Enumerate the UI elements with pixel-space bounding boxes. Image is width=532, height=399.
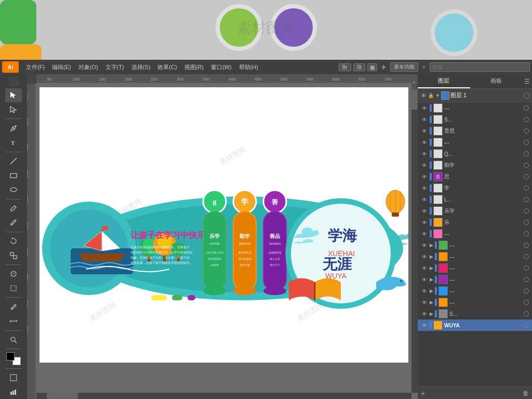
pen-tool[interactable] [5, 121, 22, 135]
line-tool[interactable] [5, 154, 22, 168]
rectangle-tool[interactable] [5, 168, 22, 182]
menu-object[interactable]: 对象(O) [75, 62, 101, 72]
layer-blue-bar-9 [430, 207, 432, 215]
layer-thumb-0 [433, 103, 443, 113]
pencil-tool[interactable] [5, 216, 22, 230]
rotate-tool[interactable] [5, 234, 22, 248]
layer-expand-13[interactable]: ▶ [430, 254, 433, 259]
layer-eye-12[interactable]: 👁 [421, 243, 428, 248]
layer-expand-16[interactable]: ▶ [430, 288, 433, 294]
layer-item-0[interactable]: 👁 --- [418, 102, 532, 114]
layer-eye-15[interactable]: 👁 [421, 277, 428, 283]
layer-eye-14[interactable]: 👁 [421, 265, 428, 271]
horizontal-scrollbar[interactable] [36, 393, 411, 399]
layer-expand-12[interactable]: ▶ [430, 243, 433, 248]
layer-item-8[interactable]: 👁 L... [418, 194, 532, 205]
layer-item-18[interactable]: 👁 ▶ S... [418, 308, 532, 320]
layer-eye-2[interactable]: 👁 [421, 128, 428, 134]
layer-eye-11[interactable]: 👁 [421, 231, 428, 237]
add-layer-btn[interactable]: + [421, 389, 425, 397]
layer-item-3[interactable]: 👁 --- [418, 137, 532, 148]
layer-eye-9[interactable]: 👁 [421, 208, 428, 214]
tab-layers[interactable]: 图层 [418, 74, 470, 88]
layer-item-5[interactable]: 👁 勤学 [418, 159, 532, 171]
main-layer-row[interactable]: 👁 🔒 ▼ 图层 1 [418, 89, 532, 102]
layer-item-14[interactable]: 👁 ▶ --- [418, 262, 532, 274]
layer-expand-17[interactable]: ▶ [430, 300, 433, 305]
layer-eye-5[interactable]: 👁 [421, 163, 428, 168]
layer-item-4[interactable]: 👁 Q... [418, 148, 532, 159]
color-swatches[interactable] [6, 352, 21, 365]
layer-item-12[interactable]: 👁 ▶ --- [418, 240, 532, 251]
layer-dot-19 [524, 323, 529, 328]
layer-item-6[interactable]: 👁 思 思 [418, 171, 532, 182]
toolbar-separator-7 [6, 330, 21, 331]
layer-eye-7[interactable]: 👁 [421, 185, 428, 191]
menu-text[interactable]: 文字(T) [102, 62, 127, 72]
vertical-scrollbar[interactable] [411, 84, 418, 393]
svg-rect-21 [10, 392, 12, 395]
trash-icon[interactable]: 🗑 [523, 390, 529, 397]
warp-tool[interactable] [5, 267, 22, 281]
layer-expand-14[interactable]: ▶ [430, 265, 433, 271]
layer-eye-18[interactable]: 👁 [421, 311, 428, 317]
bridge-button[interactable]: Br [339, 63, 351, 71]
layer-item-9[interactable]: 👁 乐学 [418, 205, 532, 217]
layer-item-2[interactable]: 👁 普思 [418, 125, 532, 137]
search-input[interactable] [430, 62, 530, 72]
layer-eye-19[interactable]: 👁 [421, 323, 428, 328]
menu-help[interactable]: 帮助(H) [236, 62, 261, 72]
send-icon[interactable]: ✈ [379, 63, 388, 71]
layer-eye-4[interactable]: 👁 [421, 151, 428, 157]
layer-eye-3[interactable]: 👁 [421, 140, 428, 145]
menu-window[interactable]: 窗口(W) [208, 62, 235, 72]
artboard-tool[interactable] [5, 371, 22, 385]
paintbrush-tool[interactable] [5, 201, 22, 215]
panel-collapse-btn[interactable]: » [411, 74, 417, 90]
layer-item-15[interactable]: 👁 ▶ --- [418, 274, 532, 285]
layer-eye-17[interactable]: 👁 [421, 300, 428, 305]
layer-expand-15[interactable]: ▶ [430, 277, 433, 282]
layer-item-19[interactable]: 👁 WUYA [418, 320, 532, 331]
menu-edit[interactable]: 编辑(E) [49, 62, 74, 72]
layer-expand-18[interactable]: ▶ [430, 311, 433, 316]
free-transform-tool[interactable] [5, 282, 22, 296]
direct-selection-tool[interactable] [5, 103, 22, 117]
layer-eye-10[interactable]: 👁 [421, 220, 428, 225]
ellipse-tool[interactable] [5, 183, 22, 197]
main-layer-name: 图层 1 [450, 91, 523, 99]
layer-item-7[interactable]: 👁 学 [418, 182, 532, 194]
menu-select[interactable]: 选择(S) [128, 62, 154, 72]
layer-item-1[interactable]: 👁 S... [418, 114, 532, 125]
layer-eye-13[interactable]: 👁 [421, 254, 428, 260]
layer-item-13[interactable]: 👁 ▶ --- [418, 251, 532, 262]
layer-item-17[interactable]: 👁 ▶ --- [418, 297, 532, 308]
layer-item-16[interactable]: 👁 ▶ --- [418, 285, 532, 297]
basic-function-button[interactable]: 基本功能 [390, 62, 418, 72]
scale-tool[interactable] [5, 248, 22, 262]
layer-eye-1[interactable]: 👁 [421, 117, 428, 123]
layer-item-10[interactable]: 👁 乐 [418, 217, 532, 228]
layer-eye-16[interactable]: 👁 [421, 288, 428, 294]
layer-eye-6[interactable]: 👁 [421, 174, 428, 180]
layer-eye-0[interactable]: 👁 [421, 105, 428, 111]
layer-eye-8[interactable]: 👁 [421, 197, 428, 203]
main-layer-eye[interactable]: 👁 [420, 92, 427, 99]
menu-effect[interactable]: 效果(C) [154, 62, 180, 72]
selection-tool[interactable] [5, 88, 22, 102]
canvas-area[interactable]: 50 100 150 200 250 300 350 400 450 500 5… [27, 74, 418, 399]
eyedropper-tool[interactable] [5, 300, 22, 314]
panel-menu-btn[interactable]: ☰ [522, 74, 532, 88]
ai-canvas-white: 让孩子在学习中快乐成长！ 让孩子在快乐的环境中健康成长，培养孩子 良好的学习习惯… [39, 87, 408, 363]
stock-button[interactable]: St [353, 63, 365, 71]
measure-tool[interactable] [5, 314, 22, 328]
menu-view[interactable]: 视图(R) [181, 62, 207, 72]
type-tool[interactable]: T [5, 136, 22, 150]
layer-item-11[interactable]: 👁 --- [418, 228, 532, 240]
layout-selector[interactable]: ▦ [367, 63, 377, 71]
tab-artboard[interactable]: 画板 [470, 74, 523, 88]
main-layer-expand[interactable]: ▼ [435, 93, 440, 98]
graph-tool[interactable] [5, 385, 22, 399]
zoom-tool[interactable] [5, 333, 22, 347]
menu-file[interactable]: 文件(F) [23, 62, 48, 72]
